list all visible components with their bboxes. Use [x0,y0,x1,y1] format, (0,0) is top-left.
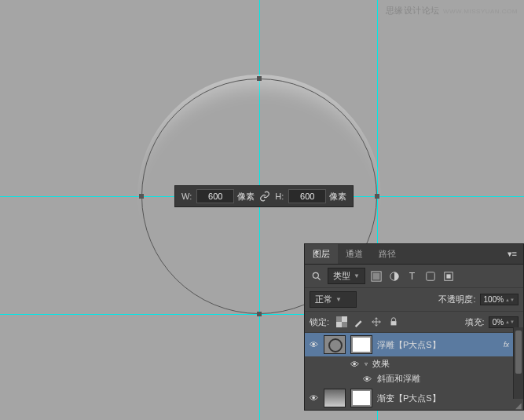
transform-dimensions-bar: W: 600 像素 H: 600 像素 [174,185,354,207]
svg-rect-11 [391,321,397,325]
svg-point-0 [313,272,318,278]
svg-rect-10 [342,322,347,327]
visibility-toggle-icon[interactable]: 👁 [308,393,319,403]
panel-tabs: 图层 通道 路径 ▾≡ [305,244,523,265]
effect-name: 斜面和浮雕 [377,373,420,385]
layer-name[interactable]: 渐变【P大点S】 [377,393,520,404]
fx-badge[interactable]: fx [504,341,509,349]
svg-rect-5 [427,272,435,280]
link-dimensions-icon[interactable] [259,191,270,202]
width-input[interactable]: 600 [196,189,234,203]
visibility-toggle-icon[interactable]: 👁 [308,340,319,349]
lock-row: 锁定: 填充: 0%▲▼ [305,312,523,333]
width-unit: 像素 [237,191,255,203]
anchor-left[interactable] [139,194,144,199]
anchor-top[interactable] [257,76,262,81]
anchor-bottom[interactable] [257,312,262,316]
lock-position-icon[interactable] [369,315,383,329]
opacity-label: 不透明度: [438,294,475,305]
layers-panel: 图层 通道 路径 ▾≡ 类型▼ T 正常▼ 不透明度: 100%▲▼ 锁定: 填… [304,243,524,411]
filter-row: 类型▼ T [305,265,523,288]
effects-label: 效果 [372,358,390,370]
effects-header[interactable]: 👁 ▿ 效果 [305,356,523,371]
filter-smart-icon[interactable] [442,269,456,283]
blend-row: 正常▼ 不透明度: 100%▲▼ [305,288,523,312]
visibility-toggle-icon[interactable]: 👁 [361,374,372,384]
anchor-right[interactable] [375,194,379,199]
lock-all-icon[interactable] [387,315,401,329]
lock-paint-icon[interactable] [352,315,366,329]
filter-type-icon[interactable]: T [405,269,420,283]
height-input[interactable]: 600 [288,189,326,203]
opacity-input[interactable]: 100%▲▼ [480,294,519,305]
layers-list: 👁 浮雕【P大点S】 fx ▾ 👁 ▿ 效果 👁 斜面和浮雕 👁 渐变【P大点S… [305,333,523,410]
layer-thumb[interactable] [324,335,346,354]
filter-shape-icon[interactable] [423,269,438,283]
tab-layers[interactable]: 图层 [305,244,338,264]
svg-rect-9 [336,316,342,322]
disclosure-icon[interactable]: ▿ [365,360,368,367]
layer-emboss[interactable]: 👁 浮雕【P大点S】 fx ▾ [305,333,523,356]
layer-mask-thumb[interactable] [350,335,372,354]
width-label: W: [181,192,192,201]
svg-rect-2 [373,272,380,279]
layers-scrollbar[interactable] [513,327,523,399]
height-unit: 像素 [329,191,346,203]
layer-mask-thumb[interactable] [350,389,372,407]
panel-resize-grip[interactable]: ◢ [515,404,522,408]
effect-bevel[interactable]: 👁 斜面和浮雕 [305,371,523,386]
search-icon[interactable] [310,269,324,283]
lock-transparent-icon[interactable] [335,315,349,329]
tab-paths[interactable]: 路径 [371,244,404,264]
blend-mode-select[interactable]: 正常▼ [310,291,357,308]
height-label: H: [275,192,284,201]
panel-menu-icon[interactable]: ▾≡ [501,245,523,263]
filter-pixel-icon[interactable] [369,269,383,283]
fill-input[interactable]: 0%▲▼ [489,316,519,328]
layer-name[interactable]: 浮雕【P大点S】 [377,339,499,351]
filter-adjust-icon[interactable] [387,269,401,283]
watermark-url: WWW.MISSYUAN.COM [443,8,518,15]
tab-channels[interactable]: 通道 [338,244,371,264]
filter-kind-select[interactable]: 类型▼ [328,268,365,284]
fill-label: 填充: [465,316,485,328]
visibility-toggle-icon[interactable]: 👁 [349,360,360,369]
watermark-text: 思缘设计论坛 [386,5,440,15]
layer-thumb[interactable] [324,389,346,407]
svg-rect-7 [446,274,450,278]
lock-label: 锁定: [310,316,329,328]
svg-text:T: T [409,271,416,282]
layer-gradient[interactable]: 👁 渐变【P大点S】 [305,386,523,410]
